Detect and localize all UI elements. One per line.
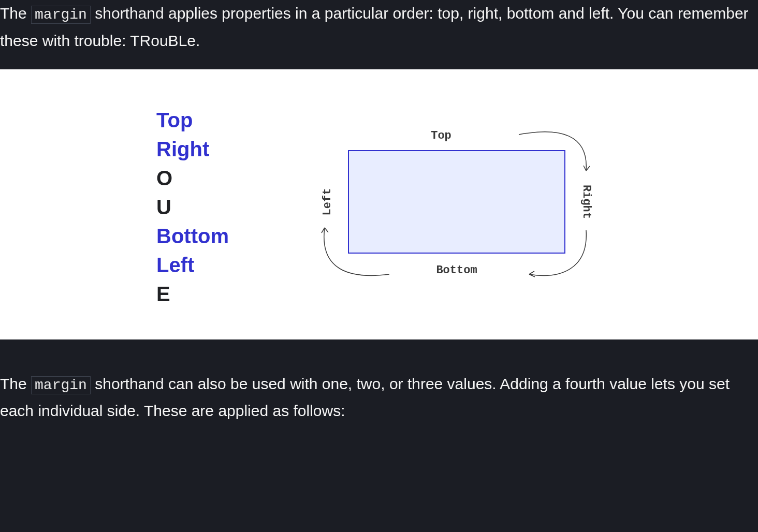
code-margin-2: margin	[31, 376, 91, 394]
paragraph-outro: The margin shorthand can also be used wi…	[0, 339, 758, 440]
trouble-right: Right	[156, 135, 229, 164]
trouble-figure: Top Right O U Bottom Left E Top Right Bo…	[0, 69, 758, 339]
box-model-diagram: Top Right Bottom Left	[312, 114, 602, 300]
paragraph-intro: The margin shorthand applies properties …	[0, 0, 758, 69]
trouble-e: E	[156, 279, 229, 308]
code-margin: margin	[31, 6, 91, 24]
para1-pre: The	[0, 5, 31, 22]
diagram-label-left: Left	[320, 188, 333, 215]
para1-post: shorthand applies properties in a partic…	[0, 5, 749, 49]
para2-post: shorthand can also be used with one, two…	[0, 375, 730, 420]
diagram-box	[348, 150, 565, 254]
diagram-label-bottom: Bottom	[436, 264, 477, 277]
diagram-label-right: Right	[579, 185, 592, 219]
diagram-label-top: Top	[431, 129, 451, 142]
trouble-top: Top	[156, 106, 229, 135]
para2-pre: The	[0, 375, 31, 392]
trouble-left: Left	[156, 250, 229, 279]
trouble-mnemonic-list: Top Right O U Bottom Left E	[156, 106, 229, 308]
trouble-u: U	[156, 193, 229, 221]
trouble-bottom: Bottom	[156, 221, 229, 250]
trouble-o: O	[156, 164, 229, 193]
